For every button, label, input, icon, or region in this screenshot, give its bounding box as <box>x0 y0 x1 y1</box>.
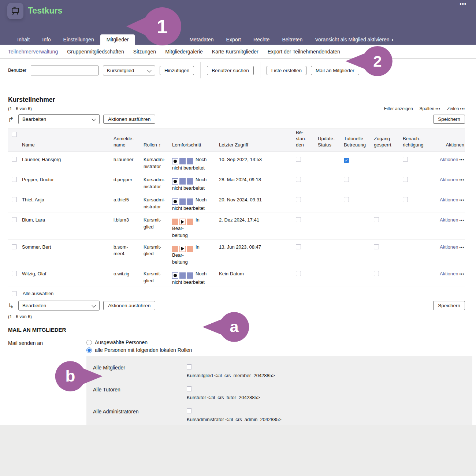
col-name[interactable]: Name <box>21 142 112 152</box>
row-actions[interactable]: Aktionen••• <box>434 266 465 286</box>
row-actions[interactable]: Aktionen••• <box>434 239 465 266</box>
row-actions[interactable]: Aktionen••• <box>434 212 465 239</box>
tab-info[interactable]: Info <box>36 34 57 45</box>
col-lernfortschritt[interactable]: Lernfortschritt <box>168 142 215 152</box>
benutzer-input[interactable] <box>31 66 98 75</box>
col-update-status[interactable]: Update- Status <box>313 136 339 152</box>
participants-section: Kursteilnehmer (1 - 6 von 6) Filter anze… <box>8 96 465 319</box>
header-more-icon[interactable]: ••• <box>460 1 466 7</box>
ellipsis-icon: ••• <box>459 158 464 162</box>
spalten-link[interactable]: Spalten••• <box>420 106 440 111</box>
select-all-row: Alle auswählen <box>8 290 465 298</box>
cell-name: Thiel, Anja <box>21 192 112 212</box>
tab-export[interactable]: Export <box>220 34 247 45</box>
role-row-administratoren: Alle Administratoren Kursadministrator <… <box>86 404 472 426</box>
subtab-export-teilnehmendendaten[interactable]: Export der Teilnehmendendaten <box>268 49 340 55</box>
bulk-action-select-top[interactable]: Bearbeiten <box>18 114 100 124</box>
cell-progress: Noch nicht bearbeitet <box>168 266 215 286</box>
bestanden-checkbox[interactable] <box>296 157 301 162</box>
benutzer-suchen-button[interactable]: Benutzer suchen <box>207 66 253 75</box>
tutorielle-betreuung-checkbox[interactable] <box>344 158 349 163</box>
progress-icon-not-attempted <box>172 178 194 185</box>
callout-1: 1 <box>126 4 181 48</box>
bulk-action-select-bottom[interactable]: Bearbeiten <box>18 301 100 310</box>
svg-text:2: 2 <box>373 53 382 70</box>
col-letzter-zugriff[interactable]: Letzter Zugriff <box>215 142 291 152</box>
aktionen-ausfuehren-button-top[interactable]: Aktionen ausführen <box>103 115 155 124</box>
option-ausgewaehlte-personen[interactable]: Ausgewählte Personen <box>86 339 472 345</box>
subtab-gruppenmitgliedschaften[interactable]: Gruppenmitgliedschaften <box>67 49 124 55</box>
progress-icon-not-attempted <box>172 198 194 205</box>
course-icon-tile[interactable] <box>7 3 23 19</box>
progress-icon-in-progress <box>172 218 194 225</box>
tab-rechte[interactable]: Rechte <box>247 34 276 45</box>
tab-voransicht[interactable]: Voransicht als Mitglied aktivieren› <box>309 34 399 45</box>
bestanden-checkbox[interactable] <box>296 217 301 222</box>
table-header-row: Name Anmelde- name Rollen↑ Lernfortschri… <box>8 129 465 152</box>
liste-erstellen-button[interactable]: Liste erstellen <box>267 66 306 75</box>
svg-text:b: b <box>66 367 75 385</box>
tutorielle-betreuung-checkbox[interactable] <box>344 197 349 202</box>
subtab-sitzungen[interactable]: Sitzungen <box>133 49 156 55</box>
hinzufuegen-button[interactable]: Hinzufügen <box>160 66 194 75</box>
role-select-value: Kursmitglied <box>107 68 134 73</box>
benachrichtigung-checkbox[interactable] <box>403 157 408 162</box>
bulk-action-value: Bearbeiten <box>22 303 46 308</box>
zugang-gesperrt-checkbox[interactable] <box>374 271 379 276</box>
role-select[interactable]: Kursmitglied <box>103 66 155 75</box>
col-tutorielle-betreuung[interactable]: Tutorielle Betreuung <box>339 136 369 152</box>
benachrichtigung-checkbox[interactable] <box>403 197 408 202</box>
alle-administratoren-checkbox[interactable] <box>187 408 192 413</box>
bestanden-checkbox[interactable] <box>296 271 301 276</box>
alle-auswaehlen-label: Alle auswählen <box>23 291 53 296</box>
tab-einstellungen[interactable]: Einstellungen <box>57 34 100 45</box>
option-lokale-rollen[interactable]: alle Personen mit folgenden lokalen Roll… <box>86 347 472 353</box>
radio-lokale-rollen[interactable] <box>86 347 92 353</box>
alle-auswaehlen-checkbox[interactable] <box>12 291 17 296</box>
col-aktionen[interactable]: Aktionen <box>434 142 465 152</box>
tab-inhalt[interactable]: Inhalt <box>11 34 36 45</box>
row-select-checkbox[interactable] <box>12 244 17 249</box>
alle-mitglieder-checkbox[interactable] <box>187 364 192 369</box>
filter-anzeigen-link[interactable]: Filter anzeigen <box>384 106 413 111</box>
aktionen-ausfuehren-button-bottom[interactable]: Aktionen ausführen <box>103 301 155 310</box>
cell-last-access: Kein Datum <box>215 266 291 286</box>
row-actions[interactable]: Aktionen••• <box>434 152 465 172</box>
tab-metadaten[interactable]: Metadaten <box>183 34 220 45</box>
ellipsis-icon: ••• <box>459 218 464 222</box>
zugang-gesperrt-checkbox[interactable] <box>374 244 379 249</box>
main-tab-bar: Inhalt Info Einstellungen Mitglieder Met… <box>0 34 476 45</box>
benachrichtigung-checkbox[interactable] <box>403 177 408 182</box>
row-actions[interactable]: Aktionen••• <box>434 192 465 212</box>
bestanden-checkbox[interactable] <box>296 177 301 182</box>
select-all-checkbox[interactable] <box>12 132 17 137</box>
row-select-checkbox[interactable] <box>12 197 17 202</box>
zugang-gesperrt-checkbox[interactable] <box>374 217 379 222</box>
subtab-teilnehmerverwaltung[interactable]: Teilnehmerverwaltung <box>8 49 58 55</box>
row-select-checkbox[interactable] <box>12 177 17 182</box>
col-zugang-gesperrt[interactable]: Zugang gesperrt <box>369 136 398 152</box>
col-rollen[interactable]: Rollen↑ <box>139 142 168 152</box>
row-select-checkbox[interactable] <box>12 217 17 222</box>
col-benachrichtigung[interactable]: Benach- richtigung <box>398 136 434 152</box>
radio-ausgewaehlte-personen[interactable] <box>86 340 92 345</box>
row-actions[interactable]: Aktionen••• <box>434 172 465 192</box>
row-select-checkbox[interactable] <box>12 271 17 276</box>
row-select-checkbox[interactable] <box>12 157 17 162</box>
subtab-karte-kursmitglieder[interactable]: Karte Kursmitglieder <box>212 49 259 55</box>
alle-tutoren-checkbox[interactable] <box>187 386 192 391</box>
bestanden-checkbox[interactable] <box>296 197 301 202</box>
table-row: Sommer, Bert b.som- mer4 Kursmit- glied … <box>8 239 465 267</box>
presentation-board-icon <box>10 6 21 16</box>
subtab-mitgliedergalerie[interactable]: Mitgliedergalerie <box>165 49 203 55</box>
callout-a: a <box>202 309 250 345</box>
speichern-button-bottom[interactable]: Speichern <box>433 301 465 310</box>
speichern-button-top[interactable]: Speichern <box>433 115 465 124</box>
tutorielle-betreuung-checkbox[interactable] <box>344 177 349 182</box>
callout-b: b <box>54 358 103 394</box>
col-anmeldename[interactable]: Anmelde- name <box>112 136 139 152</box>
bestanden-checkbox[interactable] <box>296 244 301 249</box>
col-bestanden[interactable]: Be- stan- den <box>291 130 313 152</box>
zeilen-link[interactable]: Zeilen••• <box>447 106 465 111</box>
tab-beitreten[interactable]: Beitreten <box>276 34 309 45</box>
